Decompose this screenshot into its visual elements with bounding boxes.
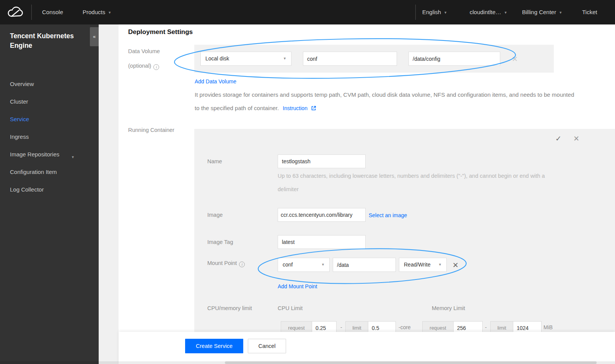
cpu-limit-header: CPU Limit (278, 305, 303, 311)
image-input[interactable] (278, 208, 366, 222)
sidebar-item-overview[interactable]: Overview (10, 81, 34, 88)
chevrons-left-icon: « (93, 34, 96, 39)
sidebar-title: Tencent Kubernetes Engine (10, 31, 86, 51)
create-service-button[interactable]: Create Service (185, 339, 243, 353)
data-volume-type-select[interactable]: Local disk ▼ (200, 52, 291, 66)
collapse-sidebar-button[interactable]: « (90, 27, 99, 46)
image-label: Image (207, 212, 223, 218)
page-background-gap (99, 24, 119, 364)
remove-data-volume-icon[interactable]: ✕ (512, 55, 518, 63)
running-container-panel (194, 129, 615, 333)
running-container-label: Running Container (128, 127, 174, 133)
info-icon[interactable]: i (153, 64, 159, 70)
container-name-input[interactable] (278, 154, 366, 168)
mount-path-input[interactable] (333, 258, 396, 272)
chevron-down-icon: ▼ (444, 11, 447, 15)
chevron-down-icon: ▼ (108, 11, 111, 15)
top-nav: Console Products▼ English▼ cloudintlte…▼… (0, 0, 615, 24)
chevron-down-icon: ▼ (321, 258, 325, 271)
sidebar-item-image-repositories[interactable]: Image Repositories (10, 151, 59, 159)
sidebar-item-ingress[interactable]: Ingress (10, 133, 29, 141)
sidebar-item-cluster[interactable]: Cluster (10, 98, 28, 106)
cpu-memory-limit-label: CPU/memory limit (207, 305, 252, 311)
tencent-cloud-logo-icon[interactable] (7, 5, 24, 21)
add-data-volume-link[interactable]: Add Data Volume (195, 78, 236, 84)
cpu-range-separator: - (340, 324, 342, 330)
container-name-help-line2: delimiter (278, 186, 299, 192)
external-link-icon[interactable] (311, 106, 316, 112)
sidebar: Tencent Kubernetes Engine « Overview Clu… (0, 24, 99, 364)
nav-divider (31, 5, 32, 20)
instruction-link[interactable]: Instruction (283, 105, 308, 111)
mount-mode-select[interactable]: Read/Write ▼ (399, 258, 447, 272)
sidebar-item-log-collector[interactable]: Log Collector (10, 186, 44, 194)
products-menu[interactable]: Products▼ (83, 0, 111, 24)
add-mount-point-link[interactable]: Add Mount Point (278, 283, 317, 289)
chevron-down-icon: ▼ (559, 11, 562, 15)
horizontal-scrollbar-thumb[interactable] (225, 361, 597, 364)
data-volume-name-input[interactable] (303, 52, 397, 66)
nav-divider-right (415, 5, 416, 20)
chevron-down-icon[interactable]: ▼ (71, 155, 75, 159)
tke-console-page: Console Products▼ English▼ cloudintlte…▼… (0, 0, 615, 364)
info-icon[interactable]: i (239, 262, 245, 267)
ticket-link[interactable]: Ticket (582, 0, 597, 24)
data-volume-path-input[interactable] (408, 52, 500, 66)
memory-unit-label: MiB (543, 324, 553, 330)
chevron-down-icon: ▼ (438, 258, 442, 271)
confirm-container-icon[interactable]: ✓ (555, 134, 561, 143)
select-image-link[interactable]: Select an image (369, 212, 407, 218)
cpu-unit-label: -core (399, 324, 411, 330)
account-menu[interactable]: cloudintlte…▼ (470, 0, 507, 24)
image-tag-label: Image Tag (207, 239, 233, 245)
footer-bar: Create Service Cancel (119, 332, 615, 364)
remove-mount-point-icon[interactable]: ✕ (452, 261, 459, 270)
memory-limit-header: Memory Limit (432, 305, 465, 311)
sidebar-item-service[interactable]: Service (10, 116, 29, 123)
container-name-label: Name (207, 158, 222, 164)
language-menu[interactable]: English▼ (422, 0, 447, 24)
billing-center-menu[interactable]: Billing Center▼ (522, 0, 562, 24)
memory-range-separator: - (485, 324, 487, 330)
cancel-button[interactable]: Cancel (248, 339, 286, 353)
chevron-down-icon: ▼ (504, 11, 508, 15)
mount-volume-select[interactable]: conf ▼ (278, 258, 330, 272)
page-title: Deployment Settings (128, 28, 193, 36)
container-name-help-line1: Up to 63 characters, including lowercase… (278, 173, 545, 179)
sidebar-item-configuration-item[interactable]: Configuration Item (10, 169, 57, 176)
image-tag-input[interactable] (278, 235, 366, 249)
data-volume-description-line1: It provides storage for containers and s… (195, 91, 574, 98)
console-link[interactable]: Console (42, 0, 63, 24)
data-volume-optional-label: (optional)i (128, 63, 159, 70)
chevron-down-icon: ▼ (283, 52, 286, 65)
remove-container-icon[interactable]: ✕ (573, 134, 579, 143)
mount-point-label: Mount Pointi (207, 260, 245, 267)
data-volume-label: Data Volume (128, 48, 160, 54)
data-volume-description-line2: to the specified path of container. Inst… (195, 105, 316, 112)
